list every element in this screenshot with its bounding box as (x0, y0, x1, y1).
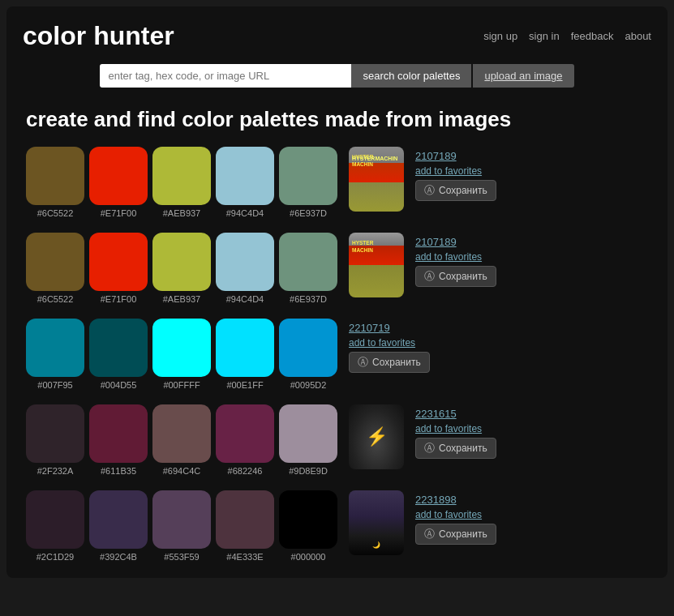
swatch (26, 404, 84, 463)
save-label: Сохранить (439, 443, 487, 454)
palette-info: 2107189 add to favorites Ⓐ Сохранить (415, 147, 496, 201)
swatch-wrap: #6C5522 (26, 147, 84, 218)
feedback-link[interactable]: feedback (571, 30, 614, 42)
signin-link[interactable]: sign in (529, 30, 560, 42)
swatch-label: #000000 (291, 552, 326, 562)
palette-info: 2231898 add to favorites Ⓐ Сохранить (415, 490, 496, 545)
swatch-wrap: #392C4B (89, 490, 148, 562)
swatch-label: #694C4C (163, 466, 200, 476)
swatch-label: #AEB937 (163, 294, 200, 304)
swatch (279, 404, 337, 463)
save-icon: Ⓐ (424, 527, 435, 541)
add-favorites-link[interactable]: add to favorites (415, 251, 496, 263)
add-favorites-link[interactable]: add to favorites (415, 509, 496, 520)
swatch-wrap: #553F59 (152, 490, 211, 562)
swatch (26, 233, 84, 291)
swatch-label: #6E937D (290, 294, 327, 304)
palettes-area: #6C5522 #E71F00 #AEB937 #94C4D4 (6, 147, 668, 562)
save-icon: Ⓐ (424, 441, 435, 456)
save-button[interactable]: Ⓐ Сохранить (415, 266, 496, 287)
swatch (216, 490, 274, 549)
swatch (216, 233, 274, 291)
add-favorites-link[interactable]: add to favorites (415, 423, 496, 434)
swatch (152, 147, 211, 205)
save-label: Сохранить (439, 271, 487, 282)
save-label: Сохранить (372, 357, 421, 368)
swatch-wrap: #611B35 (89, 404, 148, 476)
swatch-wrap: #0095D2 (279, 319, 337, 390)
swatch-wrap: #94C4D4 (216, 147, 274, 218)
swatch-wrap: #6C5522 (26, 233, 84, 304)
swatch-label: #E71F00 (101, 294, 137, 304)
save-icon: Ⓐ (424, 269, 435, 284)
swatch-wrap: #00E1FF (216, 319, 274, 390)
palette-info: 2107189 add to favorites Ⓐ Сохранить (415, 233, 496, 287)
swatch-wrap: #6E937D (279, 233, 337, 304)
save-button[interactable]: Ⓐ Сохранить (415, 524, 496, 545)
swatch-wrap: #9D8E9D (279, 404, 337, 476)
swatch (279, 233, 337, 291)
swatch-label: #553F59 (164, 552, 199, 562)
swatch-wrap: #AEB937 (152, 147, 211, 218)
palette-thumbnail: HYSTERMACHIN (349, 233, 404, 297)
about-link[interactable]: about (625, 30, 651, 42)
swatch-wrap: #694C4C (152, 404, 211, 476)
swatch-label: #392C4B (100, 552, 137, 562)
swatch-label: #007F95 (37, 380, 72, 390)
swatch (89, 147, 148, 205)
palette-id-link[interactable]: 2107189 (415, 236, 496, 248)
swatch-wrap: #2F232A (26, 404, 84, 476)
swatch-label: #E71F00 (101, 208, 137, 218)
save-button[interactable]: Ⓐ Сохранить (349, 352, 430, 373)
swatch-label: #9D8E9D (289, 466, 328, 476)
swatch-wrap: #682246 (216, 404, 274, 476)
palette-info: 2210719 add to favorites Ⓐ Сохранить (349, 319, 430, 373)
palette-id-link[interactable]: 2231615 (415, 408, 496, 420)
save-label: Сохранить (439, 528, 487, 540)
save-icon: Ⓐ (358, 355, 368, 370)
save-icon: Ⓐ (424, 183, 435, 198)
save-button[interactable]: Ⓐ Сохранить (415, 180, 496, 201)
swatch-label: #2F232A (37, 466, 74, 476)
swatch-label: #94C4D4 (226, 294, 264, 304)
palette-thumbnail: HYSTERMACHIN (349, 147, 404, 212)
search-button[interactable]: search color palettes (351, 64, 471, 88)
swatch-label: #6C5522 (37, 294, 74, 304)
save-button[interactable]: Ⓐ Сохранить (415, 438, 496, 459)
palette-row: #2C1D29 #392C4B #553F59 #4E333E (26, 490, 648, 562)
add-favorites-link[interactable]: add to favorites (415, 165, 496, 177)
palette-row: #2F232A #611B35 #694C4C #682246 (26, 404, 648, 476)
swatch-wrap: #AEB937 (152, 233, 211, 304)
swatch (26, 147, 84, 205)
upload-button[interactable]: upload an image (473, 64, 573, 88)
swatch (216, 404, 274, 463)
swatch-wrap: #94C4D4 (216, 233, 274, 304)
swatch-label: #00FFFF (163, 380, 200, 390)
swatch-wrap: #004D55 (89, 319, 148, 390)
swatch (89, 490, 148, 549)
swatch (26, 490, 84, 549)
swatch-wrap: #E71F00 (89, 233, 148, 304)
swatch-wrap: #007F95 (26, 319, 84, 390)
swatch-label: #6E937D (290, 208, 327, 218)
swatch (279, 490, 337, 549)
palette-id-link[interactable]: 2210719 (349, 322, 430, 334)
swatch-wrap: #00FFFF (152, 319, 211, 390)
swatch-label: #AEB937 (163, 208, 200, 218)
signup-link[interactable]: sign up (483, 30, 517, 42)
palette-id-link[interactable]: 2107189 (415, 150, 496, 162)
logo: color hunter (23, 21, 174, 51)
swatch (26, 319, 84, 377)
add-favorites-link[interactable]: add to favorites (349, 337, 430, 349)
search-input[interactable] (100, 64, 351, 88)
swatch (279, 319, 337, 377)
swatch-label: #004D55 (101, 380, 137, 390)
palette-row: #007F95 #004D55 #00FFFF #00E1FF (26, 319, 648, 390)
swatch-wrap: #6E937D (279, 147, 337, 218)
swatch-label: #00E1FF (226, 380, 263, 390)
swatch-wrap: #E71F00 (89, 147, 148, 218)
swatch-label: #611B35 (101, 466, 136, 476)
swatch (152, 404, 211, 463)
palette-id-link[interactable]: 2231898 (415, 494, 496, 506)
swatch-label: #0095D2 (290, 380, 327, 390)
